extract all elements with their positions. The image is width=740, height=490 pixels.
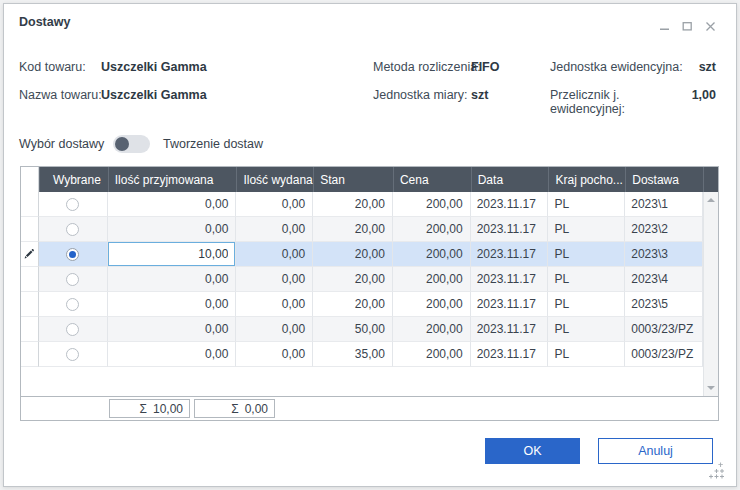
table-body: 0,000,0020,00200,002023.11.17PL2023\10,0… xyxy=(21,192,703,396)
cell-dostawa: 2023\2 xyxy=(625,217,703,242)
cell-data: 2023.11.17 xyxy=(471,267,549,292)
wybrane-cell xyxy=(39,192,108,217)
row-indicator xyxy=(21,292,39,317)
sum-przyjmowana-value: 10,00 xyxy=(153,402,183,416)
kod-towaru-label: Kod towaru: xyxy=(19,60,86,74)
przelicznik-value: 1,00 xyxy=(692,88,716,116)
row-indicator xyxy=(21,317,39,342)
row-select-radio[interactable] xyxy=(66,273,79,286)
row-select-radio[interactable] xyxy=(66,348,79,361)
ok-button[interactable]: OK xyxy=(485,438,580,464)
cell-dostawa: 0003/23/PZ xyxy=(625,317,703,342)
wybrane-cell xyxy=(39,217,108,242)
row-indicator xyxy=(21,192,39,217)
cell-data: 2023.11.17 xyxy=(471,192,549,217)
nazwa-towaru-value: Uszczelki Gamma xyxy=(101,88,207,102)
table-row[interactable]: 0,000,0050,00200,002023.11.17PL0003/23/P… xyxy=(21,317,703,342)
scroll-up-icon[interactable] xyxy=(707,198,715,202)
table-scrollbar[interactable] xyxy=(703,192,718,396)
cell-ilosc-przyjmowana: 0,00 xyxy=(108,217,237,242)
minimize-icon[interactable] xyxy=(659,21,670,32)
row-select-radio[interactable] xyxy=(66,323,79,336)
wybrane-cell xyxy=(39,292,108,317)
wybor-dostawy-label: Wybór dostawy xyxy=(19,137,104,151)
cell-stan: 20,00 xyxy=(313,217,393,242)
cell-dostawa: 0003/23/PZ xyxy=(625,342,703,367)
kod-towaru-value: Uszczelki Gamma xyxy=(101,60,207,74)
cell-stan: 50,00 xyxy=(313,317,393,342)
cell-cena: 200,00 xyxy=(393,292,471,317)
jednostka-miary-value: szt xyxy=(471,88,488,102)
sum-wydana-value: 0,00 xyxy=(245,402,268,416)
cell-cena: 200,00 xyxy=(393,192,471,217)
cell-stan: 20,00 xyxy=(313,242,393,267)
header-indicator xyxy=(21,167,39,192)
quantity-input[interactable] xyxy=(108,242,236,266)
row-select-radio[interactable] xyxy=(66,223,79,236)
cell-kraj: PL xyxy=(548,242,625,267)
dostawy-dialog: Dostawy Kod towaru: Uszczelki Gamma Nazw… xyxy=(3,3,737,487)
row-select-radio[interactable] xyxy=(66,298,79,311)
cell-kraj: PL xyxy=(548,217,625,242)
cancel-button[interactable]: Anuluj xyxy=(598,438,713,464)
cell-ilosc-przyjmowana: 0,00 xyxy=(108,292,237,317)
scroll-down-icon[interactable] xyxy=(707,386,715,390)
wybrane-cell xyxy=(39,317,108,342)
jednostka-miary-label: Jednostka miary: xyxy=(373,88,467,102)
header-ilosc-przyjmowana[interactable]: Ilość przyjmowana xyxy=(108,167,237,192)
table-row[interactable]: 0,000,0035,00200,002023.11.17PL0003/23/P… xyxy=(21,342,703,367)
header-cena[interactable]: Cena xyxy=(393,167,471,192)
wybrane-cell xyxy=(39,342,108,367)
sigma-icon: Σ xyxy=(231,402,238,416)
przelicznik-label: Przelicznik j. ewidencyjnej: xyxy=(550,88,692,116)
header-kraj-pochodzenia[interactable]: Kraj pocho... xyxy=(548,167,625,192)
cell-kraj: PL xyxy=(548,317,625,342)
cell-stan: 20,00 xyxy=(313,292,393,317)
header-wybrane[interactable]: Wybrane xyxy=(39,167,108,192)
header-dostawa[interactable]: Dostawa xyxy=(625,167,703,192)
row-select-radio[interactable] xyxy=(66,248,79,261)
cell-stan: 20,00 xyxy=(313,267,393,292)
sum-ilosc-wydana: Σ 0,00 xyxy=(194,399,275,418)
header-ilosc-wydana[interactable]: Ilość wydana xyxy=(236,167,313,192)
cell-cena: 200,00 xyxy=(393,342,471,367)
window-controls xyxy=(659,21,716,32)
row-edit-pencil-icon xyxy=(21,242,39,267)
cell-ilosc-wydana: 0,00 xyxy=(236,192,313,217)
przelicznik-field: Przelicznik j. ewidencyjnej: 1,00 xyxy=(550,88,716,116)
cell-ilosc-wydana: 0,00 xyxy=(236,342,313,367)
jednostka-ewidencyjna-value: szt xyxy=(699,60,716,74)
grid-summary-row: Σ 10,00 Σ 0,00 xyxy=(21,396,718,420)
metoda-rozliczenia-value: FIFO xyxy=(471,60,499,74)
cell-ilosc-wydana: 0,00 xyxy=(236,267,313,292)
header-data[interactable]: Data xyxy=(471,167,549,192)
row-select-radio[interactable] xyxy=(66,198,79,211)
nazwa-towaru-label: Nazwa towaru: xyxy=(19,88,102,102)
cell-ilosc-wydana: 0,00 xyxy=(236,292,313,317)
wybrane-cell xyxy=(39,242,108,267)
close-icon[interactable] xyxy=(705,21,716,32)
cell-data: 2023.11.17 xyxy=(471,242,549,267)
wybrane-cell xyxy=(39,267,108,292)
maximize-icon[interactable] xyxy=(682,21,693,32)
cell-ilosc-wydana: 0,00 xyxy=(236,242,313,267)
cell-data: 2023.11.17 xyxy=(471,217,549,242)
cell-ilosc-przyjmowana: 0,00 xyxy=(108,267,237,292)
sum-ilosc-przyjmowana: Σ 10,00 xyxy=(109,399,190,418)
row-indicator xyxy=(21,267,39,292)
table-row[interactable]: 0,0020,00200,002023.11.17PL2023\3 xyxy=(21,242,703,267)
jednostka-ewidencyjna-field: Jednostka ewidencyjna: szt xyxy=(550,60,716,74)
table-row[interactable]: 0,000,0020,00200,002023.11.17PL2023\4 xyxy=(21,267,703,292)
cell-cena: 200,00 xyxy=(393,242,471,267)
grid-header: Wybrane Ilość przyjmowana Ilość wydana S… xyxy=(21,167,718,192)
table-row[interactable]: 0,000,0020,00200,002023.11.17PL2023\1 xyxy=(21,192,703,217)
table-row[interactable]: 0,000,0020,00200,002023.11.17PL2023\2 xyxy=(21,217,703,242)
cell-ilosc-przyjmowana: 0,00 xyxy=(108,192,237,217)
mode-toggle[interactable] xyxy=(113,135,150,153)
resize-grip-icon[interactable] xyxy=(708,462,726,480)
cell-dostawa: 2023\4 xyxy=(625,267,703,292)
cell-data: 2023.11.17 xyxy=(471,342,549,367)
toggle-knob xyxy=(115,137,129,151)
table-row[interactable]: 0,000,0020,00200,002023.11.17PL2023\5 xyxy=(21,292,703,317)
header-stan[interactable]: Stan xyxy=(313,167,393,192)
